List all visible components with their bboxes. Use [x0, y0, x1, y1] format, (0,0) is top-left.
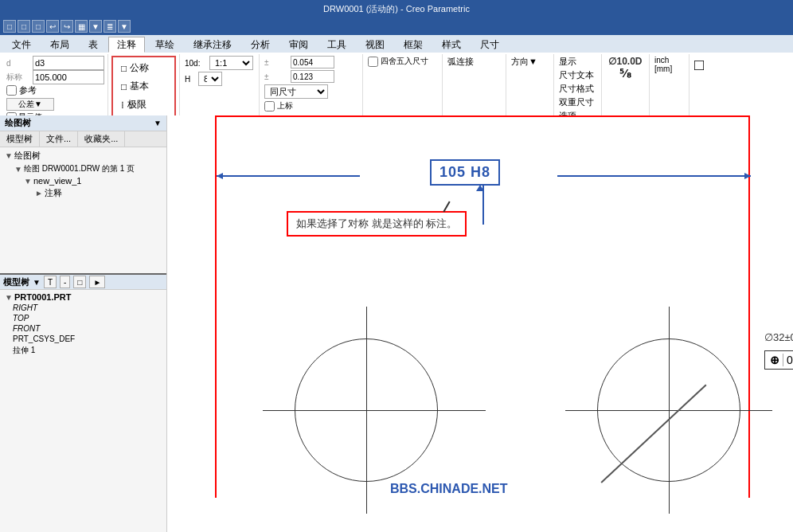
sidebar-tab-file[interactable]: 文件... [40, 131, 78, 147]
tree-item-drawing[interactable]: ▼ 绘图树 [2, 149, 165, 162]
tab-review[interactable]: 审阅 [280, 37, 317, 53]
tree-item-front[interactable]: FRONT [2, 323, 165, 334]
tab-analyze[interactable]: 分析 [242, 37, 279, 53]
reference-checkbox[interactable] [6, 85, 17, 96]
tolerance-dropdown-btn[interactable]: 公差▼ [6, 98, 54, 111]
tab-tools[interactable]: 工具 [318, 37, 355, 53]
dropdown-limit[interactable]: ⁞极限 [115, 96, 173, 114]
dim-display-label: 显示 [559, 56, 596, 68]
tab-view[interactable]: 视图 [357, 37, 393, 53]
dim-format-label: 尺寸格式 [559, 83, 596, 95]
dim-name-input[interactable] [33, 56, 104, 70]
tab-inherit[interactable]: 继承注移 [185, 37, 240, 53]
drawing-tree-header: 绘图树 ▼ [0, 115, 166, 131]
model-tree-panel: 模型树 ▼ T - □ ► ▼ PRT0001.PRT RIGHT TOP FR… [0, 275, 166, 532]
dim-arrow-up-head [476, 185, 484, 191]
tab-style[interactable]: 样式 [433, 37, 470, 53]
dim-annotation-box: 105 H8 [430, 159, 500, 186]
model-tree-toolbar-btn3[interactable]: □ [73, 276, 86, 288]
dual-label: 双重尺寸 [559, 96, 596, 108]
model-tree-toolbar-btn2[interactable]: - [60, 276, 70, 288]
drawing-tree-content: ▼ 绘图树 ▼ 绘图 DRW0001.DRW 的第 1 页 ▼ new_view… [0, 147, 166, 201]
dim-arrow-right [557, 175, 751, 177]
circle-dim-text: ∅32±0.3 [764, 331, 793, 343]
sidebar-settings-icon[interactable]: ▼ [154, 119, 162, 127]
dim-number-display: ∅10.0D [608, 56, 642, 67]
tol-upper-input[interactable] [291, 56, 334, 68]
model-tree-settings: ▼ [33, 278, 41, 287]
qa-dropdown2[interactable]: ▼ [118, 20, 131, 33]
tab-size[interactable]: 尺寸 [471, 37, 508, 53]
tree-item-view[interactable]: ▼ new_view_1 [2, 175, 165, 186]
tooltip-annotation: 如果选择了对称 就是这样的 标注。 [287, 211, 467, 237]
tol-upper-prefix: ± [264, 58, 288, 67]
tab-file[interactable]: 文件 [3, 37, 40, 53]
crosshair-symbol: ⊕ [770, 354, 779, 366]
dim-value-label: 标称 [6, 72, 30, 83]
title-bar: DRW0001 (活动的) - Creo Parametric [0, 0, 793, 18]
qa-menu[interactable]: ≣ [104, 20, 116, 33]
left-sidebar: 绘图树 ▼ 模型树 文件... 收藏夹... ▼ 绘图树 ▼ 绘图 DRW000… [0, 115, 167, 532]
left-circle-hline [263, 410, 486, 411]
tab-table[interactable]: 表 [80, 37, 107, 53]
scale-label: 10d: [185, 59, 207, 68]
tab-annotate[interactable]: 注释 [108, 37, 145, 53]
qa-dropdown1[interactable]: ▼ [89, 20, 102, 33]
qa-new[interactable]: □ [3, 20, 16, 33]
model-tree-toolbar-btn1[interactable]: T [44, 276, 57, 288]
app-title: DRW0001 (活动的) - Creo Parametric [323, 3, 470, 15]
sidebar-tab-favorites[interactable]: 收藏夹... [78, 131, 125, 147]
tree-item-csys[interactable]: PRT_CSYS_DEF [2, 334, 165, 344]
upper-label-text: 上标 [277, 100, 293, 111]
tree-item-right[interactable]: RIGHT [2, 303, 165, 313]
dim-value-input[interactable] [33, 70, 104, 84]
sidebar-tab-model[interactable]: 模型树 [0, 131, 40, 147]
reference-label: 参考 [19, 84, 37, 96]
menu-tabs: 文件 布局 表 注释 草绘 继承注移 分析 审阅 工具 视图 框架 样式 尺寸 [0, 35, 793, 53]
pos-tolerance-value: 0.00 [783, 354, 793, 366]
tol-lower-prefix: ± [264, 72, 288, 81]
direction-label: 方向▼ [511, 56, 549, 68]
qa-redo[interactable]: ↪ [61, 20, 73, 33]
h-select[interactable]: 8 [198, 72, 222, 86]
scale-select[interactable]: 1:1 [209, 56, 253, 70]
qa-save[interactable]: □ [32, 20, 45, 33]
tol-lower-input[interactable] [291, 70, 334, 83]
sidebar-top-tabs: 模型树 文件... 收藏夹... [0, 131, 166, 147]
upper-label-checkbox[interactable] [264, 101, 275, 111]
tree-item-page[interactable]: ▼ 绘图 DRW0001.DRW 的第 1 页 [2, 162, 165, 175]
tab-sketch[interactable]: 草绘 [146, 37, 183, 53]
dropdown-basic[interactable]: □基本 [115, 77, 173, 96]
arc-connect-label: 弧连接 [447, 56, 501, 68]
dim-name-label: d [6, 59, 30, 68]
dropdown-nom[interactable]: □公称 [115, 59, 173, 77]
dim-arrow-left [217, 175, 360, 177]
top-frame-line [215, 115, 748, 117]
model-tree-toolbar-btn4[interactable]: ► [89, 276, 105, 288]
tree-item-top[interactable]: TOP [2, 313, 165, 323]
qa-undo[interactable]: ↩ [46, 20, 59, 33]
tree-item-annotation[interactable]: ► 注释 [2, 186, 165, 200]
qa-grid[interactable]: ▦ [75, 20, 88, 33]
model-tree-content: ▼ PRT0001.PRT RIGHT TOP FRONT PRT_CSYS_D… [0, 290, 166, 358]
tol-type-select[interactable]: 同尺寸 [264, 84, 328, 99]
quick-access-toolbar: □ □ □ ↩ ↪ ▦ ▼ ≣ ▼ [0, 18, 793, 35]
fraction-display: ⁵⁄₈ [619, 67, 631, 80]
tree-item-prt0001[interactable]: ▼ PRT0001.PRT [2, 291, 165, 303]
canvas-area: 105 H8 如果选择了对称 就是这样的 标注。 ∅32±0.3 ⊕ [167, 115, 793, 532]
pos-tolerance-box: ⊕ 0.00 [764, 350, 793, 370]
bbs-text: BBS.CHINADE.NET [390, 482, 508, 496]
four-five-checkbox[interactable] [368, 57, 378, 67]
drawing-tree-panel: 绘图树 ▼ 模型树 文件... 收藏夹... ▼ 绘图树 ▼ 绘图 DRW000… [0, 115, 166, 275]
drawing-canvas[interactable]: 105 H8 如果选择了对称 就是这样的 标注。 ∅32±0.3 ⊕ [167, 115, 793, 532]
four-five-label: 四舍五入尺寸 [381, 56, 428, 67]
h-label: H [185, 75, 196, 84]
model-tree-header: 模型树 ▼ T - □ ► [0, 275, 166, 290]
tree-item-extrude1[interactable]: 拉伸 1 [2, 344, 165, 357]
right-circle-hline [565, 410, 772, 411]
options-icon: □ [694, 56, 717, 74]
qa-open[interactable]: □ [18, 20, 30, 33]
tab-frame[interactable]: 框架 [395, 37, 432, 53]
tab-layout[interactable]: 布局 [41, 37, 78, 53]
dim-text-label: 尺寸文本 [559, 69, 596, 81]
